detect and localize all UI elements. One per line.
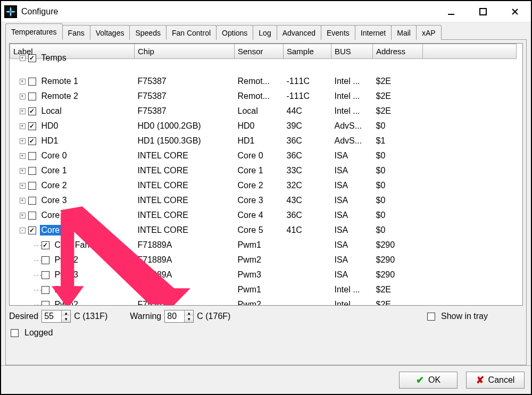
tab-fans[interactable]: Fans [62,25,90,40]
row-checkbox[interactable] [28,107,36,115]
cell-sensor: Core 4 [235,208,284,223]
row-checkbox[interactable] [28,226,36,234]
row-label[interactable]: Core 3 [40,195,69,206]
row-label[interactable]: HD0 [40,121,60,131]
row-label[interactable]: Temps [40,53,68,63]
row-label[interactable]: Core 0 [40,150,69,161]
row-label[interactable]: Pwm2 [53,299,80,305]
tab-speeds[interactable]: Speeds [129,25,166,40]
row-checkbox[interactable] [41,256,49,264]
desired-label: Desired [9,312,38,321]
tab-voltages[interactable]: Voltages [90,25,130,40]
tab-log[interactable]: Log [253,25,277,40]
cell-sample: 36C [284,208,331,223]
desired-spinner[interactable]: ▲ ▼ [41,310,71,323]
cell-sensor: Pwm2 [235,253,284,267]
show-in-tray-checkbox[interactable] [427,313,435,321]
expand-icon[interactable]: + [20,108,26,114]
table-row[interactable]: +Core 2INTEL CORECore 232CISA$0 [10,178,517,193]
row-checkbox[interactable] [28,152,36,160]
table-row[interactable]: ⋯Pwm2F71889APwm2ISA$290 [10,253,517,267]
expand-icon[interactable]: + [20,123,26,129]
row-checkbox[interactable] [28,167,36,175]
row-checkbox[interactable] [28,93,36,100]
table-row[interactable]: ⋯CPU FanF71889APwm1ISA$290 [10,238,517,253]
row-label[interactable]: Core 2 [40,180,69,191]
table-row[interactable]: +Core 3INTEL CORECore 343CISA$0 [10,193,517,208]
warning-spinner[interactable]: ▲ ▼ [164,310,194,323]
row-label[interactable]: CPU Fan [53,240,92,250]
tab-internet[interactable]: Internet [355,25,392,40]
row-checkbox[interactable] [28,197,36,205]
row-label[interactable]: Core 5 [40,225,69,236]
desired-input[interactable] [42,311,61,322]
tab-advanced[interactable]: Advanced [277,25,321,40]
table-row[interactable]: +HD0HD0 (1000.2GB)HD039CAdvS...$0 [10,119,517,133]
table-row[interactable]: ⋯Pwm2F75387Pwm2Intel ...$2E [10,297,517,305]
expand-icon[interactable]: + [20,55,26,61]
row-label[interactable]: Pwm2 [53,255,80,265]
row-checkbox[interactable] [28,212,36,220]
window-minimize-button[interactable] [435,1,467,22]
cancel-button[interactable]: ✘ Cancel [466,372,525,389]
table-row[interactable]: +HD1HD1 (1500.3GB)HD136CAdvS...$1 [10,133,517,148]
expand-icon[interactable]: + [20,168,26,174]
table-row[interactable]: +Remote 1F75387Remot...-111CIntel ...$2E [10,74,517,89]
row-checkbox[interactable] [41,286,49,294]
desired-down-icon[interactable]: ▼ [62,316,70,322]
svg-rect-3 [480,9,486,15]
expand-icon[interactable]: + [20,94,26,99]
window-maximize-button[interactable] [467,1,499,22]
row-label[interactable]: Pwm1 [53,284,80,295]
row-label[interactable]: Core 4 [40,210,69,221]
warning-up-icon[interactable]: ▲ [185,310,193,316]
expand-icon[interactable]: + [20,198,26,204]
tab-temperatures[interactable]: Temperatures [5,23,63,39]
warning-input[interactable] [165,311,184,322]
row-label[interactable]: Core 1 [40,165,69,176]
tab-mail[interactable]: Mail [391,25,417,40]
row-checkbox[interactable] [41,271,49,279]
row-checkbox[interactable] [28,54,36,62]
desired-up-icon[interactable]: ▲ [62,310,70,316]
tab-options[interactable]: Options [216,25,253,40]
table-row[interactable]: -Core 5INTEL CORECore 541CISA$0 [10,223,517,238]
table-row[interactable]: +LocalF75387Local44CIntel ...$2E [10,104,517,119]
tab-events[interactable]: Events [321,25,355,40]
cell-address: $290 [373,253,423,267]
table-row[interactable]: +Temps [10,59,517,74]
collapse-icon[interactable]: - [20,228,26,233]
table-row[interactable]: +Core 4INTEL CORECore 436CISA$0 [10,208,517,223]
row-label[interactable]: Local [40,106,63,116]
tab-xap[interactable]: xAP [416,25,442,40]
row-label[interactable]: Remote 1 [40,76,80,87]
row-label[interactable]: HD1 [40,136,60,146]
sensor-table-scroll[interactable]: Label Chip Sensor Sample BUS Address +Te… [10,44,522,305]
row-checkbox[interactable] [28,78,36,86]
expand-icon[interactable]: + [20,153,26,159]
row-checkbox[interactable] [28,137,36,145]
logged-checkbox[interactable] [11,329,19,337]
row-checkbox[interactable] [41,301,49,306]
table-row[interactable]: +Core 0INTEL CORECore 036CISA$0 [10,148,517,163]
row-checkbox[interactable] [28,182,36,190]
expand-icon[interactable]: + [20,183,26,189]
row-label[interactable]: Remote 2 [40,91,80,102]
expand-icon[interactable]: + [20,79,26,85]
row-checkbox[interactable] [41,241,49,249]
expand-icon[interactable]: + [20,213,26,218]
table-row[interactable]: ⋯Pwm1F75387Pwm1Intel ...$2E [10,282,517,297]
window-close-button[interactable] [499,1,531,22]
table-row[interactable]: ⋯Pwm3F71889APwm3ISA$290 [10,267,517,282]
table-row[interactable]: +Core 1INTEL CORECore 133CISA$0 [10,163,517,178]
table-row[interactable]: +Remote 2F75387Remot...-111CIntel ...$2E [10,89,517,104]
row-label[interactable]: Pwm3 [53,270,80,280]
row-checkbox[interactable] [28,122,36,130]
warning-label: Warning [130,312,161,321]
expand-icon[interactable]: + [20,138,26,144]
cell-bus: AdvS... [331,133,373,148]
cell-sensor: Pwm1 [235,282,284,297]
ok-button[interactable]: ✔ OK [399,372,458,389]
tab-fan-control[interactable]: Fan Control [166,25,217,40]
warning-down-icon[interactable]: ▼ [185,316,193,322]
